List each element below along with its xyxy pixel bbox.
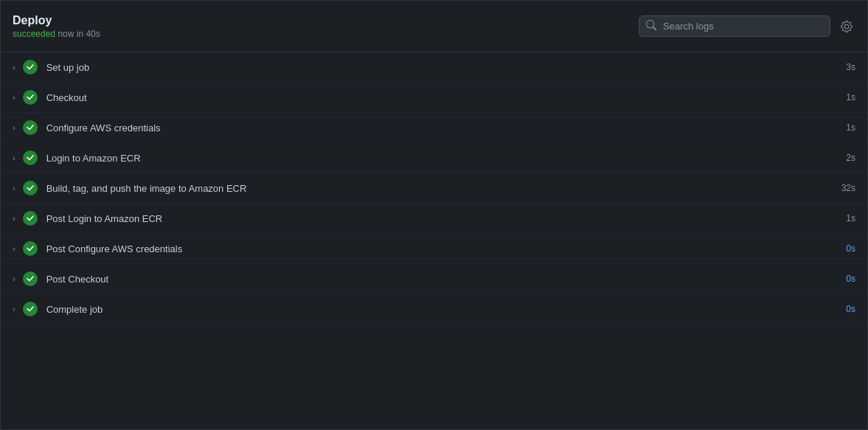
settings-button[interactable]: [838, 18, 855, 35]
job-duration: 0s: [833, 243, 855, 254]
success-icon: [23, 241, 38, 256]
success-icon: [23, 150, 38, 165]
job-item[interactable]: › Post Login to Amazon ECR 1s: [1, 204, 867, 234]
job-duration: 2s: [833, 153, 855, 163]
job-duration: 32s: [833, 183, 855, 193]
success-icon: [23, 120, 38, 135]
job-name: Post Checkout: [46, 274, 833, 285]
chevron-right-icon: ›: [13, 153, 15, 162]
job-item[interactable]: › Checkout 1s: [1, 83, 867, 113]
job-name: Complete job: [46, 304, 833, 315]
header: Deploy succeeded now in 40s: [1, 1, 867, 52]
job-name: Build, tag, and push the image to Amazon…: [46, 183, 833, 194]
success-icon: [23, 211, 38, 226]
job-duration: 1s: [833, 213, 855, 223]
chevron-right-icon: ›: [13, 123, 15, 132]
job-name: Login to Amazon ECR: [46, 153, 833, 164]
job-duration: 1s: [833, 122, 855, 133]
search-input[interactable]: [639, 15, 830, 37]
chevron-right-icon: ›: [13, 244, 15, 253]
search-container: [639, 15, 830, 37]
job-item[interactable]: › Build, tag, and push the image to Amaz…: [1, 173, 867, 204]
job-item[interactable]: › Login to Amazon ECR 2s: [1, 143, 867, 173]
job-duration: 0s: [833, 304, 855, 314]
chevron-right-icon: ›: [13, 274, 15, 283]
job-name: Post Login to Amazon ECR: [46, 213, 833, 224]
job-duration: 0s: [833, 274, 855, 284]
chevron-right-icon: ›: [13, 214, 15, 223]
job-item[interactable]: › Set up job 3s: [1, 52, 867, 83]
time-info: now in 40s: [58, 29, 100, 39]
job-item[interactable]: › Complete job 0s: [1, 294, 867, 325]
job-duration: 3s: [833, 62, 855, 72]
job-item[interactable]: › Post Configure AWS credentials 0s: [1, 234, 867, 264]
job-item[interactable]: › Configure AWS credentials 1s: [1, 113, 867, 143]
success-icon: [23, 271, 38, 286]
job-name: Post Configure AWS credentials: [46, 243, 833, 254]
job-name: Configure AWS credentials: [46, 122, 833, 133]
job-item[interactable]: › Post Checkout 0s: [1, 264, 867, 294]
gear-icon: [841, 21, 853, 32]
chevron-right-icon: ›: [13, 93, 15, 102]
job-name: Set up job: [46, 62, 833, 73]
chevron-right-icon: ›: [13, 305, 15, 313]
success-icon: [23, 302, 38, 316]
app-container: Deploy succeeded now in 40s: [0, 0, 868, 430]
page-title: Deploy: [13, 14, 100, 27]
job-name: Checkout: [46, 92, 833, 103]
header-left: Deploy succeeded now in 40s: [13, 14, 100, 39]
status-badge: succeeded: [13, 29, 55, 39]
success-icon: [23, 90, 38, 105]
success-icon: [23, 60, 38, 74]
job-list: › Set up job 3s › Checkout 1s › Configur…: [1, 52, 867, 429]
chevron-right-icon: ›: [13, 184, 15, 193]
header-right: [639, 15, 855, 37]
success-icon: [23, 181, 38, 195]
header-subtitle: succeeded now in 40s: [13, 29, 100, 39]
chevron-right-icon: ›: [13, 63, 15, 72]
job-duration: 1s: [833, 92, 855, 103]
